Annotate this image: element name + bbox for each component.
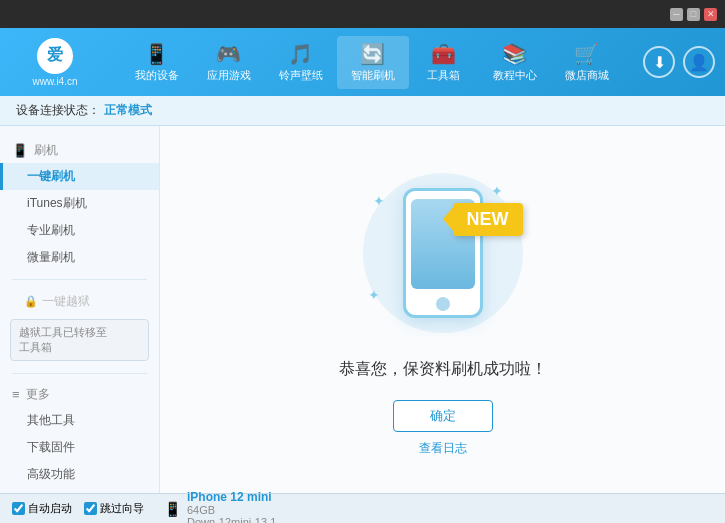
new-badge: NEW — [453, 203, 523, 236]
tutorials-label: 教程中心 — [493, 68, 537, 83]
content-area: NEW ✦ ✦ ✦ 恭喜您，保资料刷机成功啦！ 确定 查看日志 — [160, 126, 725, 493]
more-section-label: 更多 — [26, 386, 50, 403]
sidebar-jailbreak-note: 越狱工具已转移至工具箱 — [10, 319, 149, 361]
nav-smart-shop[interactable]: 🔄 智能刷机 — [337, 36, 409, 89]
weidian-label: 微店商城 — [565, 68, 609, 83]
one-click-flash-label: 一键刷机 — [27, 169, 75, 183]
sidebar: 📱 刷机 一键刷机 iTunes刷机 专业刷机 微量刷机 🔒 一键越狱 — [0, 126, 160, 493]
nav-toolbox[interactable]: 🧰 工具箱 — [409, 36, 479, 89]
other-tools-label: 其他工具 — [27, 413, 75, 427]
status-label: 设备连接状态： — [16, 102, 100, 119]
close-button[interactable]: ✕ — [704, 8, 717, 21]
flash-section-icon: 📱 — [12, 143, 28, 158]
logo-icon: 爱 — [37, 38, 73, 74]
nav-tutorials[interactable]: 📚 教程中心 — [479, 36, 551, 89]
sidebar-section-more: ≡ 更多 其他工具 下载固件 高级功能 — [0, 378, 159, 492]
title-bar: ─ □ ✕ — [0, 0, 725, 28]
jailbreak-label: 一键越狱 — [42, 293, 90, 310]
smart-shop-label: 智能刷机 — [351, 68, 395, 83]
new-badge-text: NEW — [467, 209, 509, 229]
skip-wizard-checkbox[interactable]: 跳过向导 — [84, 501, 144, 516]
minimize-button[interactable]: ─ — [670, 8, 683, 21]
my-device-label: 我的设备 — [135, 68, 179, 83]
nav-weidian[interactable]: 🛒 微店商城 — [551, 36, 623, 89]
device-storage: 64GB — [187, 504, 276, 516]
sidebar-item-pro-flash[interactable]: 专业刷机 — [0, 217, 159, 244]
auto-start-checkbox[interactable]: 自动启动 — [12, 501, 72, 516]
advanced-label: 高级功能 — [27, 467, 75, 481]
sidebar-section-flash-header: 📱 刷机 — [0, 138, 159, 163]
my-device-icon: 📱 — [144, 42, 169, 66]
tutorials-icon: 📚 — [502, 42, 527, 66]
apps-games-label: 应用游戏 — [207, 68, 251, 83]
download-firmware-label: 下载固件 — [27, 440, 75, 454]
device-name: iPhone 12 mini — [187, 490, 276, 504]
success-illustration: NEW ✦ ✦ ✦ — [353, 163, 533, 343]
confirm-button[interactable]: 确定 — [393, 400, 493, 432]
header: 爱 www.i4.cn 📱 我的设备 🎮 应用游戏 🎵 铃声壁纸 🔄 智能刷机 … — [0, 28, 725, 96]
sidebar-item-itunes-flash[interactable]: iTunes刷机 — [0, 190, 159, 217]
toolbox-label: 工具箱 — [427, 68, 460, 83]
micro-flash-label: 微量刷机 — [27, 250, 75, 264]
sparkle-1: ✦ — [373, 193, 385, 209]
ringtones-label: 铃声壁纸 — [279, 68, 323, 83]
auto-start-input[interactable] — [12, 502, 25, 515]
flash-section-label: 刷机 — [34, 142, 58, 159]
sidebar-section-jailbreak: 🔒 一键越狱 越狱工具已转移至工具箱 — [0, 284, 159, 369]
device-phone-icon: 📱 — [164, 501, 181, 517]
sidebar-item-advanced[interactable]: 高级功能 — [0, 461, 159, 488]
lock-icon: 🔒 — [24, 295, 38, 308]
logo-area[interactable]: 爱 www.i4.cn — [10, 38, 100, 87]
phone-home-button — [436, 297, 450, 311]
sidebar-item-download-firmware[interactable]: 下载固件 — [0, 434, 159, 461]
sidebar-section-more-header: ≡ 更多 — [0, 382, 159, 407]
sidebar-item-micro-flash[interactable]: 微量刷机 — [0, 244, 159, 271]
maximize-button[interactable]: □ — [687, 8, 700, 21]
skip-wizard-label: 跳过向导 — [100, 501, 144, 516]
status-value: 正常模式 — [104, 102, 152, 119]
weidian-icon: 🛒 — [574, 42, 599, 66]
main-layout: 📱 刷机 一键刷机 iTunes刷机 专业刷机 微量刷机 🔒 一键越狱 — [0, 126, 725, 493]
subheader: 设备连接状态： 正常模式 — [0, 96, 725, 126]
apps-games-icon: 🎮 — [216, 42, 241, 66]
bottom-bar: 自动启动 跳过向导 📱 iPhone 12 mini 64GB Down-12m… — [0, 493, 725, 523]
nav-apps-games[interactable]: 🎮 应用游戏 — [193, 36, 265, 89]
nav-right: ⬇ 👤 — [643, 46, 715, 78]
sidebar-section-flash: 📱 刷机 一键刷机 iTunes刷机 专业刷机 微量刷机 — [0, 134, 159, 275]
sparkle-3: ✦ — [368, 287, 380, 303]
sidebar-divider-2 — [12, 373, 147, 374]
nav-items: 📱 我的设备 🎮 应用游戏 🎵 铃声壁纸 🔄 智能刷机 🧰 工具箱 📚 教程中心… — [100, 36, 643, 89]
smart-shop-icon: 🔄 — [360, 42, 385, 66]
nav-my-device[interactable]: 📱 我的设备 — [121, 36, 193, 89]
logo-site: www.i4.cn — [32, 76, 77, 87]
user-button[interactable]: 👤 — [683, 46, 715, 78]
sidebar-divider-1 — [12, 279, 147, 280]
sidebar-jailbreak-disabled: 🔒 一键越狱 — [0, 288, 159, 315]
more-section-icon: ≡ — [12, 387, 20, 402]
nav-ringtones[interactable]: 🎵 铃声壁纸 — [265, 36, 337, 89]
toolbox-icon: 🧰 — [431, 42, 456, 66]
view-logs-link[interactable]: 查看日志 — [419, 440, 467, 457]
ringtones-icon: 🎵 — [288, 42, 313, 66]
sparkle-2: ✦ — [491, 183, 503, 199]
itunes-flash-label: iTunes刷机 — [27, 196, 87, 210]
download-button[interactable]: ⬇ — [643, 46, 675, 78]
pro-flash-label: 专业刷机 — [27, 223, 75, 237]
skip-wizard-input[interactable] — [84, 502, 97, 515]
device-firmware: Down-12mini-13,1 — [187, 516, 276, 524]
sidebar-item-other-tools[interactable]: 其他工具 — [0, 407, 159, 434]
success-message: 恭喜您，保资料刷机成功啦！ — [339, 359, 547, 380]
auto-start-label: 自动启动 — [28, 501, 72, 516]
device-info: 📱 iPhone 12 mini 64GB Down-12mini-13,1 — [164, 490, 276, 524]
window-controls: ─ □ ✕ — [670, 8, 717, 21]
sidebar-item-one-click-flash[interactable]: 一键刷机 — [0, 163, 159, 190]
